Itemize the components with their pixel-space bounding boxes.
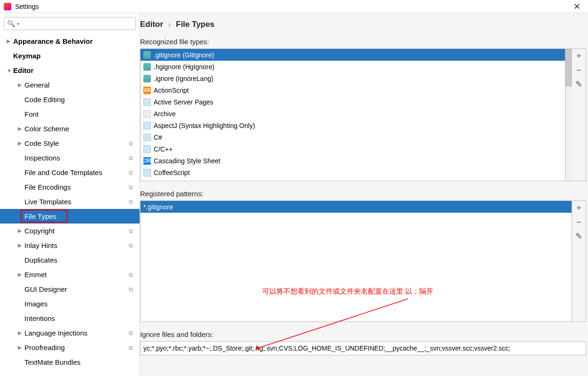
tree-item-label: File and Code Templates [24, 168, 129, 176]
tree-item-label: Color Scheme [24, 125, 140, 133]
filetype-row[interactable]: Archive [141, 108, 565, 120]
tree-item[interactable]: ▼Editor [0, 63, 140, 78]
tree-item-label: Live Templates [24, 198, 129, 206]
filetype-row[interactable]: CSSCascading Style Sheet [141, 155, 565, 167]
tree-item-label: GUI Designer [24, 285, 129, 293]
tree-item[interactable]: ▶General [0, 78, 140, 92]
breadcrumb: Editor › File Types [140, 20, 588, 36]
tree-item[interactable]: Inspections⧉ [0, 151, 140, 165]
pattern-label: *.gitignore [143, 203, 173, 211]
tree-item[interactable]: ▶Color Scheme [0, 121, 140, 136]
filetype-icon [143, 63, 151, 71]
filetypes-list[interactable]: .gitignore (GitIgnore).hgignore (HgIgnor… [140, 48, 565, 181]
tree-item[interactable]: Code Editing [0, 92, 140, 107]
filetypes-scrollbar[interactable] [565, 48, 572, 181]
patterns-list[interactable]: *.gitignore [140, 200, 572, 322]
filetype-label: ActionScript [154, 87, 189, 94]
tree-item[interactable]: ▶Emmet⧉ [0, 267, 140, 282]
tree-item[interactable]: Keymap [0, 48, 140, 63]
patterns-toolbar: + − ✎ [572, 200, 586, 322]
main-panel: Editor › File Types Recognized file type… [140, 13, 588, 376]
filetype-row[interactable]: ASActionScript [141, 84, 565, 96]
expand-arrow-icon: ▶ [18, 82, 24, 88]
edit-button[interactable]: ✎ [572, 229, 586, 243]
filetype-label: .ignore (IgnoreLang) [154, 75, 213, 82]
filetype-icon [143, 75, 151, 82]
filetype-icon: AS [143, 87, 151, 94]
filetype-row[interactable]: C# [141, 131, 565, 143]
tree-item[interactable]: ▶Copyright⧉ [0, 224, 140, 238]
filetype-row[interactable]: .gitignore (GitIgnore) [141, 49, 565, 61]
tree-item-label: Intentions [24, 314, 140, 322]
scope-icon: ⧉ [129, 344, 133, 351]
filetype-row[interactable]: AspectJ (Syntax Highlighting Only) [141, 120, 565, 131]
tree-item-label: Inlay Hints [24, 241, 129, 249]
tree-item-label: File Types [24, 212, 140, 220]
app-icon [4, 3, 11, 10]
pattern-row[interactable]: *.gitignore [141, 201, 572, 213]
tree-item-label: Duplicates [24, 256, 140, 264]
tree-item[interactable]: ▶Proofreading⧉ [0, 340, 140, 355]
edit-button[interactable]: ✎ [572, 77, 586, 91]
ignore-input[interactable] [140, 341, 586, 355]
tree-item[interactable]: File Encodings⧉ [0, 180, 140, 194]
tree-item-label: Font [24, 110, 140, 118]
filetype-icon [143, 98, 151, 106]
expand-arrow-icon: ▶ [18, 330, 24, 336]
tree-item-label: Proofreading [24, 344, 129, 352]
ignore-label: Ignore files and folders: [140, 328, 586, 341]
filetype-label: C# [154, 134, 162, 141]
expand-arrow-icon: ▶ [18, 242, 24, 248]
remove-button[interactable]: − [572, 215, 586, 229]
search-dropdown-icon: ▾ [17, 21, 19, 26]
scope-icon: ⧉ [129, 242, 133, 249]
filetype-icon [143, 122, 151, 129]
filetypes-toolbar: + − ✎ [572, 48, 586, 181]
tree-item[interactable]: File and Code Templates⧉ [0, 165, 140, 180]
tree-item[interactable]: Font [0, 107, 140, 121]
tree-item[interactable]: GUI Designer⧉ [0, 282, 140, 296]
scope-icon: ⧉ [129, 140, 133, 147]
tree-item[interactable]: File Types [0, 209, 140, 224]
scope-icon: ⧉ [129, 155, 133, 161]
tree-item[interactable]: Intentions [0, 311, 140, 326]
breadcrumb-part: File Types [176, 20, 214, 29]
tree-item[interactable]: Live Templates⧉ [0, 194, 140, 209]
tree-item-label: Appearance & Behavior [13, 37, 140, 45]
tree-item-label: File Encodings [24, 183, 129, 191]
breadcrumb-separator: › [168, 20, 171, 29]
scope-icon: ⧉ [129, 228, 133, 234]
search-input[interactable]: 🔍 ▾ [4, 17, 136, 30]
tree-item[interactable]: Duplicates [0, 253, 140, 267]
tree-item-label: Inspections [24, 154, 129, 162]
add-button[interactable]: + [572, 201, 586, 215]
annotation-text: 可以将不想看到的文件或文件夹名配置在这里 以；隔开 [262, 287, 433, 296]
filetype-row[interactable]: C/C++ [141, 143, 565, 155]
search-icon: 🔍 [7, 20, 15, 27]
tree-item[interactable]: Images [0, 296, 140, 311]
remove-button[interactable]: − [572, 63, 586, 77]
filetype-label: CoffeeScript [154, 169, 190, 176]
patterns-label: Registered patterns: [140, 188, 586, 200]
filetype-row[interactable]: .ignore (IgnoreLang) [141, 72, 565, 84]
filetype-row[interactable]: Active Server Pages [141, 96, 565, 108]
tree-item[interactable]: ▶Language Injections⧉ [0, 326, 140, 340]
filetype-row[interactable]: .hgignore (HgIgnore) [141, 61, 565, 72]
filetype-label: .hgignore (HgIgnore) [154, 63, 214, 71]
tree-item[interactable]: ▶Appearance & Behavior [0, 34, 140, 48]
tree-item[interactable]: TextMate Bundles [0, 355, 140, 369]
filetype-icon [143, 51, 151, 59]
close-button[interactable]: ✕ [570, 1, 584, 12]
search-wrap: 🔍 ▾ [0, 13, 140, 34]
add-button[interactable]: + [572, 49, 586, 63]
settings-tree[interactable]: ▶Appearance & BehaviorKeymap▼Editor▶Gene… [0, 34, 140, 376]
expand-arrow-icon: ▶ [18, 228, 24, 234]
filetype-row[interactable]: CoffeeScript [141, 167, 565, 178]
expand-arrow-icon: ▶ [18, 140, 24, 146]
tree-item[interactable]: ▶Code Style⧉ [0, 136, 140, 151]
tree-item-label: TextMate Bundles [24, 358, 140, 366]
tree-item-label: General [24, 81, 140, 89]
filetype-label: Archive [154, 110, 176, 118]
filetype-icon [143, 169, 151, 176]
tree-item[interactable]: ▶Inlay Hints⧉ [0, 238, 140, 253]
